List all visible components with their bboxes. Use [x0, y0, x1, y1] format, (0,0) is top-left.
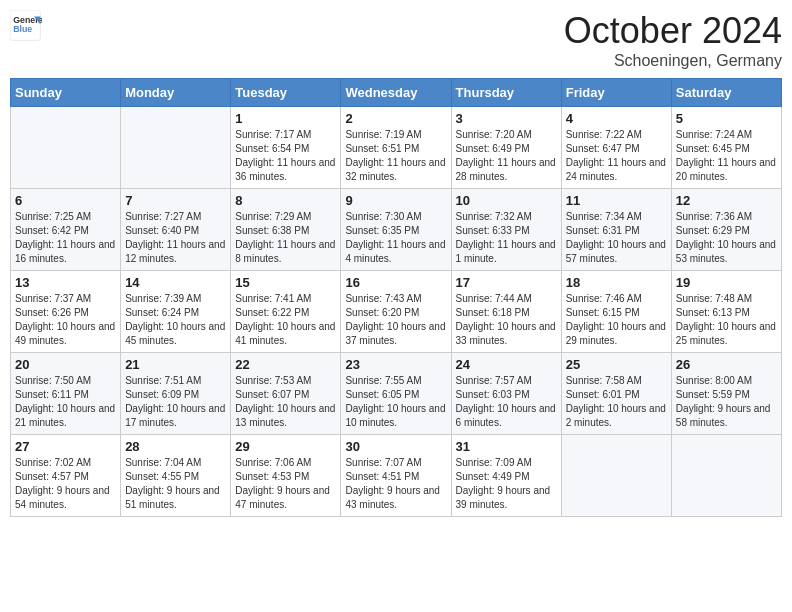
calendar-cell: 26Sunrise: 8:00 AMSunset: 5:59 PMDayligh… — [671, 353, 781, 435]
day-info: Sunrise: 7:20 AMSunset: 6:49 PMDaylight:… — [456, 128, 557, 184]
day-number: 25 — [566, 357, 667, 372]
day-info: Sunrise: 7:04 AMSunset: 4:55 PMDaylight:… — [125, 456, 226, 512]
day-number: 16 — [345, 275, 446, 290]
day-number: 10 — [456, 193, 557, 208]
day-info: Sunrise: 7:06 AMSunset: 4:53 PMDaylight:… — [235, 456, 336, 512]
day-info: Sunrise: 7:43 AMSunset: 6:20 PMDaylight:… — [345, 292, 446, 348]
calendar-cell: 17Sunrise: 7:44 AMSunset: 6:18 PMDayligh… — [451, 271, 561, 353]
day-info: Sunrise: 7:27 AMSunset: 6:40 PMDaylight:… — [125, 210, 226, 266]
svg-text:Blue: Blue — [13, 24, 32, 34]
day-header-monday: Monday — [121, 79, 231, 107]
day-info: Sunrise: 7:46 AMSunset: 6:15 PMDaylight:… — [566, 292, 667, 348]
calendar-body: 1Sunrise: 7:17 AMSunset: 6:54 PMDaylight… — [11, 107, 782, 517]
day-info: Sunrise: 7:34 AMSunset: 6:31 PMDaylight:… — [566, 210, 667, 266]
day-number: 22 — [235, 357, 336, 372]
calendar-cell: 4Sunrise: 7:22 AMSunset: 6:47 PMDaylight… — [561, 107, 671, 189]
page-header: General Blue October 2024 Schoeningen, G… — [10, 10, 782, 70]
day-number: 13 — [15, 275, 116, 290]
calendar-cell: 15Sunrise: 7:41 AMSunset: 6:22 PMDayligh… — [231, 271, 341, 353]
day-info: Sunrise: 7:29 AMSunset: 6:38 PMDaylight:… — [235, 210, 336, 266]
calendar-cell: 18Sunrise: 7:46 AMSunset: 6:15 PMDayligh… — [561, 271, 671, 353]
day-info: Sunrise: 7:24 AMSunset: 6:45 PMDaylight:… — [676, 128, 777, 184]
title-block: October 2024 Schoeningen, Germany — [564, 10, 782, 70]
day-number: 26 — [676, 357, 777, 372]
day-number: 4 — [566, 111, 667, 126]
day-number: 5 — [676, 111, 777, 126]
calendar-header-row: SundayMondayTuesdayWednesdayThursdayFrid… — [11, 79, 782, 107]
day-info: Sunrise: 7:07 AMSunset: 4:51 PMDaylight:… — [345, 456, 446, 512]
calendar-cell: 16Sunrise: 7:43 AMSunset: 6:20 PMDayligh… — [341, 271, 451, 353]
day-info: Sunrise: 7:02 AMSunset: 4:57 PMDaylight:… — [15, 456, 116, 512]
calendar-cell: 21Sunrise: 7:51 AMSunset: 6:09 PMDayligh… — [121, 353, 231, 435]
calendar-cell: 14Sunrise: 7:39 AMSunset: 6:24 PMDayligh… — [121, 271, 231, 353]
calendar-cell: 2Sunrise: 7:19 AMSunset: 6:51 PMDaylight… — [341, 107, 451, 189]
day-info: Sunrise: 7:09 AMSunset: 4:49 PMDaylight:… — [456, 456, 557, 512]
day-number: 20 — [15, 357, 116, 372]
day-number: 21 — [125, 357, 226, 372]
day-info: Sunrise: 7:41 AMSunset: 6:22 PMDaylight:… — [235, 292, 336, 348]
calendar-cell: 6Sunrise: 7:25 AMSunset: 6:42 PMDaylight… — [11, 189, 121, 271]
day-header-thursday: Thursday — [451, 79, 561, 107]
day-info: Sunrise: 7:48 AMSunset: 6:13 PMDaylight:… — [676, 292, 777, 348]
logo-icon: General Blue — [10, 10, 42, 42]
day-header-wednesday: Wednesday — [341, 79, 451, 107]
day-number: 29 — [235, 439, 336, 454]
day-info: Sunrise: 7:51 AMSunset: 6:09 PMDaylight:… — [125, 374, 226, 430]
calendar-table: SundayMondayTuesdayWednesdayThursdayFrid… — [10, 78, 782, 517]
calendar-cell: 31Sunrise: 7:09 AMSunset: 4:49 PMDayligh… — [451, 435, 561, 517]
calendar-week-row: 27Sunrise: 7:02 AMSunset: 4:57 PMDayligh… — [11, 435, 782, 517]
day-number: 12 — [676, 193, 777, 208]
calendar-cell: 10Sunrise: 7:32 AMSunset: 6:33 PMDayligh… — [451, 189, 561, 271]
calendar-cell: 7Sunrise: 7:27 AMSunset: 6:40 PMDaylight… — [121, 189, 231, 271]
day-number: 15 — [235, 275, 336, 290]
day-number: 8 — [235, 193, 336, 208]
calendar-cell: 28Sunrise: 7:04 AMSunset: 4:55 PMDayligh… — [121, 435, 231, 517]
calendar-week-row: 13Sunrise: 7:37 AMSunset: 6:26 PMDayligh… — [11, 271, 782, 353]
day-info: Sunrise: 7:30 AMSunset: 6:35 PMDaylight:… — [345, 210, 446, 266]
calendar-cell: 9Sunrise: 7:30 AMSunset: 6:35 PMDaylight… — [341, 189, 451, 271]
calendar-week-row: 6Sunrise: 7:25 AMSunset: 6:42 PMDaylight… — [11, 189, 782, 271]
calendar-cell — [11, 107, 121, 189]
day-header-tuesday: Tuesday — [231, 79, 341, 107]
calendar-cell: 5Sunrise: 7:24 AMSunset: 6:45 PMDaylight… — [671, 107, 781, 189]
day-info: Sunrise: 7:19 AMSunset: 6:51 PMDaylight:… — [345, 128, 446, 184]
calendar-cell: 13Sunrise: 7:37 AMSunset: 6:26 PMDayligh… — [11, 271, 121, 353]
day-number: 23 — [345, 357, 446, 372]
calendar-cell — [671, 435, 781, 517]
day-number: 27 — [15, 439, 116, 454]
day-info: Sunrise: 8:00 AMSunset: 5:59 PMDaylight:… — [676, 374, 777, 430]
day-header-sunday: Sunday — [11, 79, 121, 107]
calendar-cell: 1Sunrise: 7:17 AMSunset: 6:54 PMDaylight… — [231, 107, 341, 189]
location-subtitle: Schoeningen, Germany — [564, 52, 782, 70]
day-info: Sunrise: 7:37 AMSunset: 6:26 PMDaylight:… — [15, 292, 116, 348]
calendar-cell: 30Sunrise: 7:07 AMSunset: 4:51 PMDayligh… — [341, 435, 451, 517]
calendar-cell — [561, 435, 671, 517]
day-number: 14 — [125, 275, 226, 290]
day-info: Sunrise: 7:58 AMSunset: 6:01 PMDaylight:… — [566, 374, 667, 430]
calendar-cell: 22Sunrise: 7:53 AMSunset: 6:07 PMDayligh… — [231, 353, 341, 435]
calendar-cell: 8Sunrise: 7:29 AMSunset: 6:38 PMDaylight… — [231, 189, 341, 271]
calendar-cell: 3Sunrise: 7:20 AMSunset: 6:49 PMDaylight… — [451, 107, 561, 189]
day-number: 19 — [676, 275, 777, 290]
day-info: Sunrise: 7:50 AMSunset: 6:11 PMDaylight:… — [15, 374, 116, 430]
month-title: October 2024 — [564, 10, 782, 52]
day-number: 3 — [456, 111, 557, 126]
calendar-week-row: 1Sunrise: 7:17 AMSunset: 6:54 PMDaylight… — [11, 107, 782, 189]
calendar-cell: 29Sunrise: 7:06 AMSunset: 4:53 PMDayligh… — [231, 435, 341, 517]
calendar-cell: 27Sunrise: 7:02 AMSunset: 4:57 PMDayligh… — [11, 435, 121, 517]
day-number: 30 — [345, 439, 446, 454]
calendar-week-row: 20Sunrise: 7:50 AMSunset: 6:11 PMDayligh… — [11, 353, 782, 435]
calendar-cell: 20Sunrise: 7:50 AMSunset: 6:11 PMDayligh… — [11, 353, 121, 435]
calendar-cell: 23Sunrise: 7:55 AMSunset: 6:05 PMDayligh… — [341, 353, 451, 435]
day-number: 6 — [15, 193, 116, 208]
day-number: 1 — [235, 111, 336, 126]
day-info: Sunrise: 7:55 AMSunset: 6:05 PMDaylight:… — [345, 374, 446, 430]
day-number: 11 — [566, 193, 667, 208]
day-number: 2 — [345, 111, 446, 126]
day-info: Sunrise: 7:44 AMSunset: 6:18 PMDaylight:… — [456, 292, 557, 348]
day-number: 9 — [345, 193, 446, 208]
day-header-saturday: Saturday — [671, 79, 781, 107]
day-info: Sunrise: 7:22 AMSunset: 6:47 PMDaylight:… — [566, 128, 667, 184]
day-number: 31 — [456, 439, 557, 454]
day-header-friday: Friday — [561, 79, 671, 107]
